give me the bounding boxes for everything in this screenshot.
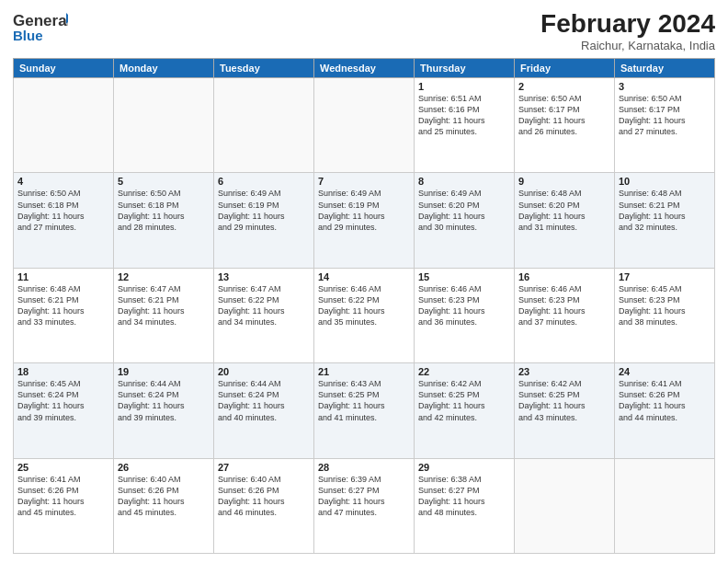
calendar-cell: 11Sunrise: 6:48 AMSunset: 6:21 PMDayligh…: [14, 268, 114, 362]
calendar-week-row: 18Sunrise: 6:45 AMSunset: 6:24 PMDayligh…: [14, 363, 715, 458]
calendar-cell: 19Sunrise: 6:44 AMSunset: 6:24 PMDayligh…: [114, 363, 214, 458]
day-info: Sunrise: 6:50 AMSunset: 6:18 PMDaylight:…: [17, 188, 109, 233]
day-number: 17: [619, 271, 711, 282]
logo-svg: General Blue: [13, 9, 68, 46]
calendar-table: SundayMondayTuesdayWednesdayThursdayFrid…: [13, 58, 715, 554]
day-number: 13: [218, 271, 310, 282]
day-info: Sunrise: 6:45 AMSunset: 6:23 PMDaylight:…: [619, 283, 711, 328]
location-subtitle: Raichur, Karnataka, India: [540, 39, 715, 52]
day-number: 26: [118, 462, 210, 473]
calendar-cell: [515, 458, 615, 553]
day-number: 10: [619, 176, 711, 187]
calendar-cell: 10Sunrise: 6:48 AMSunset: 6:21 PMDayligh…: [615, 173, 715, 268]
day-number: 23: [518, 366, 610, 377]
col-header-wednesday: Wednesday: [314, 59, 415, 78]
calendar-cell: 20Sunrise: 6:44 AMSunset: 6:24 PMDayligh…: [214, 363, 314, 458]
calendar-cell: 28Sunrise: 6:39 AMSunset: 6:27 PMDayligh…: [314, 458, 415, 553]
calendar-cell: [214, 78, 314, 173]
day-info: Sunrise: 6:49 AMSunset: 6:20 PMDaylight:…: [418, 188, 510, 233]
day-number: 22: [418, 366, 510, 377]
day-info: Sunrise: 6:44 AMSunset: 6:24 PMDaylight:…: [218, 378, 310, 423]
calendar-header-row: SundayMondayTuesdayWednesdayThursdayFrid…: [14, 59, 715, 78]
calendar-week-row: 25Sunrise: 6:41 AMSunset: 6:26 PMDayligh…: [14, 458, 715, 553]
day-info: Sunrise: 6:49 AMSunset: 6:19 PMDaylight:…: [318, 188, 410, 233]
calendar-cell: 16Sunrise: 6:46 AMSunset: 6:23 PMDayligh…: [515, 268, 615, 362]
day-info: Sunrise: 6:38 AMSunset: 6:27 PMDaylight:…: [418, 474, 510, 519]
day-number: 3: [619, 81, 711, 92]
calendar-week-row: 11Sunrise: 6:48 AMSunset: 6:21 PMDayligh…: [14, 268, 715, 362]
day-number: 18: [17, 366, 109, 377]
day-number: 25: [17, 462, 109, 473]
svg-text:Blue: Blue: [13, 28, 43, 43]
calendar-cell: 18Sunrise: 6:45 AMSunset: 6:24 PMDayligh…: [14, 363, 114, 458]
day-info: Sunrise: 6:51 AMSunset: 6:16 PMDaylight:…: [418, 93, 510, 138]
day-number: 19: [118, 366, 210, 377]
day-number: 1: [418, 81, 510, 92]
calendar-cell: 15Sunrise: 6:46 AMSunset: 6:23 PMDayligh…: [415, 268, 515, 362]
day-info: Sunrise: 6:43 AMSunset: 6:25 PMDaylight:…: [318, 378, 410, 423]
calendar-cell: 14Sunrise: 6:46 AMSunset: 6:22 PMDayligh…: [314, 268, 415, 362]
calendar-cell: 22Sunrise: 6:42 AMSunset: 6:25 PMDayligh…: [415, 363, 515, 458]
calendar-cell: [615, 458, 715, 553]
day-number: 24: [619, 366, 711, 377]
calendar-cell: 26Sunrise: 6:40 AMSunset: 6:26 PMDayligh…: [114, 458, 214, 553]
day-number: 7: [318, 176, 410, 187]
col-header-sunday: Sunday: [14, 59, 114, 78]
day-number: 12: [118, 271, 210, 282]
calendar-cell: 4Sunrise: 6:50 AMSunset: 6:18 PMDaylight…: [14, 173, 114, 268]
day-number: 4: [17, 176, 109, 187]
col-header-saturday: Saturday: [615, 59, 715, 78]
day-number: 20: [218, 366, 310, 377]
day-info: Sunrise: 6:45 AMSunset: 6:24 PMDaylight:…: [17, 378, 109, 423]
calendar-cell: 13Sunrise: 6:47 AMSunset: 6:22 PMDayligh…: [214, 268, 314, 362]
col-header-friday: Friday: [515, 59, 615, 78]
day-number: 28: [318, 462, 410, 473]
calendar-cell: 6Sunrise: 6:49 AMSunset: 6:19 PMDaylight…: [214, 173, 314, 268]
page: General Blue February 2024 Raichur, Karn…: [0, 0, 728, 563]
calendar-cell: 1Sunrise: 6:51 AMSunset: 6:16 PMDaylight…: [415, 78, 515, 173]
header: General Blue February 2024 Raichur, Karn…: [13, 9, 715, 52]
calendar-cell: [314, 78, 415, 173]
day-info: Sunrise: 6:42 AMSunset: 6:25 PMDaylight:…: [518, 378, 610, 423]
calendar-cell: 12Sunrise: 6:47 AMSunset: 6:21 PMDayligh…: [114, 268, 214, 362]
day-number: 21: [318, 366, 410, 377]
day-info: Sunrise: 6:46 AMSunset: 6:23 PMDaylight:…: [518, 283, 610, 328]
calendar-cell: 21Sunrise: 6:43 AMSunset: 6:25 PMDayligh…: [314, 363, 415, 458]
calendar-cell: 27Sunrise: 6:40 AMSunset: 6:26 PMDayligh…: [214, 458, 314, 553]
calendar-cell: [114, 78, 214, 173]
day-info: Sunrise: 6:46 AMSunset: 6:22 PMDaylight:…: [318, 283, 410, 328]
day-info: Sunrise: 6:46 AMSunset: 6:23 PMDaylight:…: [418, 283, 510, 328]
day-number: 6: [218, 176, 310, 187]
day-info: Sunrise: 6:41 AMSunset: 6:26 PMDaylight:…: [619, 378, 711, 423]
day-info: Sunrise: 6:49 AMSunset: 6:19 PMDaylight:…: [218, 188, 310, 233]
day-info: Sunrise: 6:44 AMSunset: 6:24 PMDaylight:…: [118, 378, 210, 423]
day-info: Sunrise: 6:50 AMSunset: 6:18 PMDaylight:…: [118, 188, 210, 233]
calendar-week-row: 1Sunrise: 6:51 AMSunset: 6:16 PMDaylight…: [14, 78, 715, 173]
day-number: 29: [418, 462, 510, 473]
calendar-cell: 5Sunrise: 6:50 AMSunset: 6:18 PMDaylight…: [114, 173, 214, 268]
day-number: 14: [318, 271, 410, 282]
day-info: Sunrise: 6:47 AMSunset: 6:21 PMDaylight:…: [118, 283, 210, 328]
calendar-cell: [14, 78, 114, 173]
svg-marker-2: [66, 13, 68, 24]
calendar-cell: 17Sunrise: 6:45 AMSunset: 6:23 PMDayligh…: [615, 268, 715, 362]
calendar-cell: 7Sunrise: 6:49 AMSunset: 6:19 PMDaylight…: [314, 173, 415, 268]
day-info: Sunrise: 6:40 AMSunset: 6:26 PMDaylight:…: [218, 474, 310, 519]
calendar-cell: 2Sunrise: 6:50 AMSunset: 6:17 PMDaylight…: [515, 78, 615, 173]
calendar-cell: 23Sunrise: 6:42 AMSunset: 6:25 PMDayligh…: [515, 363, 615, 458]
calendar-cell: 3Sunrise: 6:50 AMSunset: 6:17 PMDaylight…: [615, 78, 715, 173]
calendar-cell: 25Sunrise: 6:41 AMSunset: 6:26 PMDayligh…: [14, 458, 114, 553]
day-info: Sunrise: 6:50 AMSunset: 6:17 PMDaylight:…: [518, 93, 610, 138]
col-header-thursday: Thursday: [415, 59, 515, 78]
day-info: Sunrise: 6:42 AMSunset: 6:25 PMDaylight:…: [418, 378, 510, 423]
day-info: Sunrise: 6:40 AMSunset: 6:26 PMDaylight:…: [118, 474, 210, 519]
calendar-week-row: 4Sunrise: 6:50 AMSunset: 6:18 PMDaylight…: [14, 173, 715, 268]
day-number: 16: [518, 271, 610, 282]
day-number: 15: [418, 271, 510, 282]
calendar-cell: 24Sunrise: 6:41 AMSunset: 6:26 PMDayligh…: [615, 363, 715, 458]
day-info: Sunrise: 6:41 AMSunset: 6:26 PMDaylight:…: [17, 474, 109, 519]
day-number: 2: [518, 81, 610, 92]
day-info: Sunrise: 6:48 AMSunset: 6:20 PMDaylight:…: [518, 188, 610, 233]
col-header-tuesday: Tuesday: [214, 59, 314, 78]
day-number: 9: [518, 176, 610, 187]
